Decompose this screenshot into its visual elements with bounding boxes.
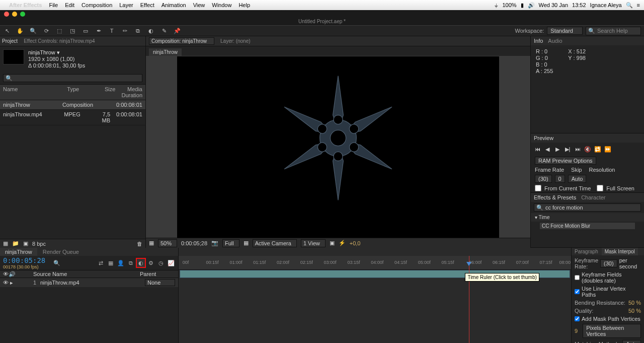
brush-tool-icon[interactable]: ✏ (121, 27, 129, 35)
menu-help[interactable]: Help (238, 2, 250, 8)
full-screen-checkbox[interactable] (597, 185, 603, 191)
trash-icon[interactable]: 🗑 (137, 241, 142, 247)
effects-search-input[interactable]: 🔍cc force motion (534, 203, 641, 212)
hide-shy-icon[interactable]: 👤 (117, 259, 125, 267)
project-search-input[interactable]: 🔍 (3, 74, 142, 82)
matching-select[interactable]: Auto (622, 340, 641, 343)
last-frame-icon[interactable]: ⏭ (574, 146, 581, 153)
interpret-footage-icon[interactable]: ▦ (3, 240, 8, 247)
type-tool-icon[interactable]: T (108, 27, 116, 35)
resolution-select[interactable]: Full (222, 239, 239, 247)
menu-file[interactable]: File (49, 2, 58, 8)
comp-mini-flow-icon[interactable]: ⇄ (97, 259, 105, 267)
workspace-select[interactable]: Standard (547, 27, 583, 35)
frame-blend-icon[interactable]: ⧉ (127, 259, 135, 267)
tab-mask-interpolation[interactable]: Mask Interpol (602, 248, 638, 255)
wifi-icon[interactable]: ⏚ (495, 2, 498, 8)
timeline-track-area[interactable]: 00f 00:15f 01:00f 01:15f 02:00f 02:15f 0… (179, 248, 571, 343)
view-select[interactable]: 1 View (301, 239, 326, 247)
menu-window[interactable]: Window (212, 2, 231, 8)
graph-editor-icon[interactable]: 📈 (167, 259, 175, 267)
bending-value[interactable]: 50 % (628, 300, 641, 306)
composition-tab[interactable]: ninjaThrow (149, 48, 182, 56)
asset-name[interactable]: ninjaThrow ▾ (28, 49, 85, 56)
composition-dropdown[interactable]: Composition: ninjaThrow (149, 37, 214, 45)
motion-blur-toggle-icon[interactable]: ◐ (137, 259, 145, 267)
new-folder-icon[interactable]: 📁 (12, 240, 19, 247)
timeline-search-icon[interactable]: 🔍 (53, 260, 60, 266)
project-row-comp[interactable]: ninjaThrow Composition 0:00:08:01 (0, 100, 145, 110)
linear-vertex-checkbox[interactable] (575, 289, 580, 294)
layer-name[interactable]: ninjaThrow.mp4 (40, 280, 143, 286)
framerate-select[interactable]: (30) (535, 175, 552, 183)
mute-icon[interactable]: 🔇 (584, 146, 591, 153)
viewer-timecode[interactable]: 0:00:05;28 (181, 240, 207, 246)
layer-row-1[interactable]: 👁 ▸ 1 ninjaThrow.mp4 None (0, 278, 178, 287)
camera-tool-icon[interactable]: ⬚ (55, 27, 63, 35)
effect-cc-force-motion-blur[interactable]: CC Force Motion Blur (540, 223, 635, 229)
minimize-window-button[interactable] (12, 12, 17, 17)
magnify-icon[interactable]: ▦ (149, 240, 154, 246)
keyframe-fields-checkbox[interactable] (575, 275, 580, 280)
preview-res-select[interactable]: Auto (568, 175, 587, 183)
pixels-value[interactable]: 9 (575, 328, 578, 334)
time-ruler[interactable]: 00f 00:15f 01:00f 01:15f 02:00f 02:15f 0… (179, 256, 571, 270)
list-icon[interactable]: ≡ (637, 2, 640, 8)
loop-icon[interactable]: 🔁 (594, 146, 601, 153)
exposure-value[interactable]: +0,0 (350, 240, 361, 246)
tab-paragraph[interactable]: Paragraph (572, 248, 601, 255)
timeline-timecode[interactable]: 0:00:05:28 (3, 256, 45, 264)
keyframe-rate-select[interactable]: (30) (600, 259, 617, 267)
layer-parent-select[interactable]: None (145, 279, 175, 286)
auto-keyframe-icon[interactable]: ◷ (157, 259, 165, 267)
from-current-checkbox[interactable] (535, 185, 541, 191)
eraser-tool-icon[interactable]: ◐ (147, 27, 155, 35)
tab-effect-controls[interactable]: Effect Controls: ninjaThrow.mp4 (24, 38, 95, 44)
tab-character[interactable]: Character (581, 194, 605, 200)
search-help-input[interactable]: 🔍 Search Help (586, 27, 641, 35)
next-frame-icon[interactable]: ▶| (564, 146, 571, 153)
pan-behind-tool-icon[interactable]: ◳ (68, 27, 76, 35)
pixels-between-select[interactable]: Pixels Between Vertices (583, 324, 641, 338)
menu-effect[interactable]: Effect (140, 2, 154, 8)
menu-composition[interactable]: Composition (82, 2, 112, 8)
col-size[interactable]: Size (99, 85, 118, 100)
puppet-tool-icon[interactable]: 📌 (173, 27, 181, 35)
spotlight-icon[interactable]: 🔍 (626, 2, 633, 9)
rotate-tool-icon[interactable]: ⟳ (42, 27, 50, 35)
skip-select[interactable]: 0 (555, 175, 565, 183)
col-source-name[interactable]: Source Name (33, 271, 140, 277)
roto-tool-icon[interactable]: ✎ (160, 27, 168, 35)
zoom-tool-icon[interactable]: 🔍 (29, 27, 37, 35)
col-name[interactable]: Name (0, 85, 64, 100)
tab-project[interactable]: Project (2, 38, 18, 44)
shape-tool-icon[interactable]: ▭ (82, 27, 90, 35)
zoom-select[interactable]: 50% (158, 239, 177, 247)
hand-tool-icon[interactable]: ✋ (16, 27, 24, 35)
current-time-indicator[interactable] (469, 256, 469, 343)
ram-preview-options[interactable]: RAM Preview Options (535, 157, 596, 165)
zoom-window-button[interactable] (20, 12, 25, 17)
prev-frame-icon[interactable]: ◀ (544, 146, 551, 153)
timeline-tab-render-queue[interactable]: Render Queue (38, 248, 84, 256)
menubar-time[interactable]: 13:52 (572, 2, 586, 8)
grid-icon[interactable]: ▦ (244, 240, 249, 246)
tab-preview[interactable]: Preview (534, 135, 553, 141)
effects-category-time[interactable]: ▾ Time (531, 213, 644, 222)
menu-animation[interactable]: Animation (162, 2, 186, 8)
brainstorm-icon[interactable]: ⚙ (147, 259, 155, 267)
new-comp-icon[interactable]: ▣ (23, 240, 28, 247)
fast-preview-icon[interactable]: ⚡ (339, 240, 346, 246)
pen-tool-icon[interactable]: ✒ (95, 27, 103, 35)
menubar-date[interactable]: Wed 30 Jan (539, 2, 569, 8)
tab-audio[interactable]: Audio (548, 38, 562, 44)
col-type[interactable]: Type (64, 85, 99, 100)
snapshot-icon[interactable]: 📷 (211, 240, 218, 246)
cti-head-icon[interactable] (466, 262, 471, 266)
layer-av-toggles[interactable]: 👁 ▸ (3, 280, 33, 286)
project-row-footage[interactable]: ninjaThrow.mp4 MPEG 7,5 MB 0:00:08:01 (0, 110, 145, 125)
draft3d-icon[interactable]: ▦ (107, 259, 115, 267)
tab-effects-presets[interactable]: Effects & Presets (534, 194, 576, 200)
menubar-user[interactable]: Ignace Aleya (590, 2, 622, 8)
menu-edit[interactable]: Edit (65, 2, 74, 8)
